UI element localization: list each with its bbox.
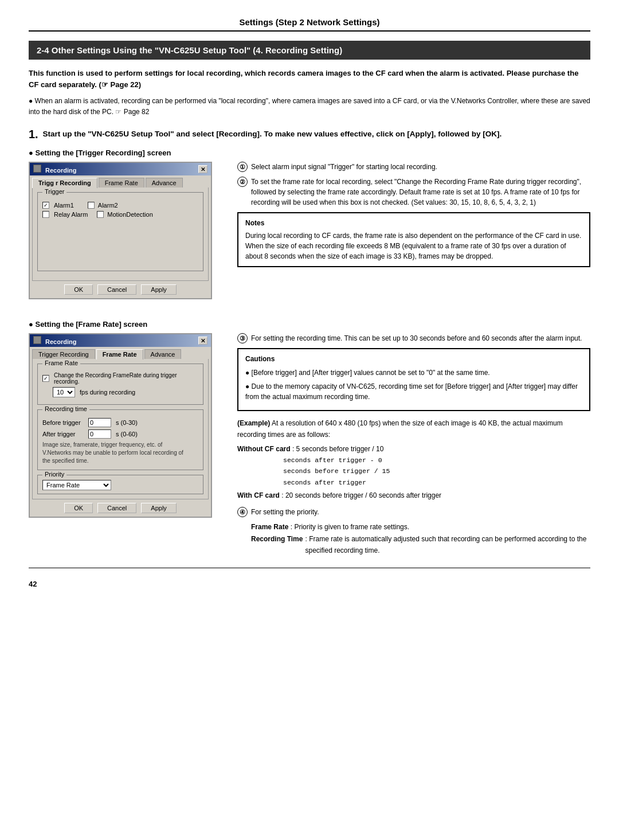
- alarm1-row: Alarm1 Alarm2: [42, 202, 198, 209]
- priority-select[interactable]: Frame Rate: [42, 480, 111, 490]
- frame-rate-dialog-footer: OK Cancel Apply: [30, 499, 211, 517]
- trigger-dialog-footer: OK Cancel Apply: [30, 281, 211, 298]
- section-title: 2-4 Other Settings Using the "VN-C625U S…: [29, 41, 590, 60]
- trigger-apply-button[interactable]: Apply: [141, 284, 177, 295]
- recording-time-priority-row: Recording Time : Frame rate is automatic…: [251, 534, 590, 556]
- alarm1-label: Alarm1: [54, 202, 74, 209]
- trigger-dialog: Recording ✕ Trigg r Recording Frame Rate…: [29, 162, 212, 299]
- circle-3: ③: [237, 333, 248, 343]
- tab-trigger-fr[interactable]: Trigger Recording: [32, 349, 95, 359]
- cf-details: Without CF card : 5 seconds before trigg…: [237, 444, 590, 502]
- frame-rate-dialog-titlebar: Recording ✕: [30, 334, 211, 347]
- trigger-ok-button[interactable]: OK: [64, 284, 93, 295]
- fr-ok-button[interactable]: OK: [64, 503, 93, 513]
- fps-row: 10 fps during recording: [53, 387, 198, 397]
- recording-time-text: : Frame rate is automatically adjusted s…: [305, 534, 590, 556]
- change-framerate-row: Change the Recording FrameRate during tr…: [42, 372, 198, 385]
- frame-rate-group: Frame Rate Change the Recording FrameRat…: [37, 364, 203, 405]
- mono-line2: seconds before trigger / 15: [283, 467, 390, 475]
- frame-rate-left-col: Recording ✕ Trigger Recording Frame Rate…: [29, 333, 224, 556]
- recording-time-note: Image size, framerate, trigger frequency…: [42, 441, 198, 465]
- relay-alarm-checkbox[interactable]: [42, 211, 49, 218]
- trigger-group: Trigger Alarm1 Alarm2 Relay Alarm: [37, 192, 203, 271]
- alarm1-checkbox[interactable]: [42, 202, 49, 209]
- page-header: Settings (Step 2 Network Settings): [29, 17, 590, 32]
- item2-text: To set the frame rate for local recordin…: [251, 177, 590, 208]
- recording-time-group: Recording time Before trigger s (0-30) A…: [37, 409, 203, 470]
- fps-select[interactable]: 10: [53, 387, 75, 397]
- cautions-title: Cautions: [245, 354, 582, 364]
- alarm2-checkbox[interactable]: [88, 202, 95, 209]
- frame-rate-right-col: ③ For setting the recording time. This c…: [237, 333, 590, 556]
- frame-rate-priority-label: Frame Rate: [251, 523, 288, 531]
- tab-frame-rate-fr[interactable]: Frame Rate: [96, 349, 143, 360]
- intro-normal: ● When an alarm is activated, recording …: [29, 96, 590, 118]
- frame-rate-dialog-content: Frame Rate Change the Recording FrameRat…: [32, 359, 209, 499]
- fr-cancel-button[interactable]: Cancel: [97, 503, 136, 513]
- cautions-box: Cautions ● [Before trigger] and [After t…: [237, 348, 590, 411]
- page-number: 42: [29, 580, 590, 588]
- after-trigger-input[interactable]: [88, 429, 111, 439]
- relay-alarm-label: Relay Alarm: [54, 211, 88, 218]
- page-divider: [29, 568, 590, 568]
- tab-advance-fr[interactable]: Advance: [144, 349, 182, 359]
- without-cf-label: Without CF card: [237, 445, 291, 453]
- frame-rate-dialog: Recording ✕ Trigger Recording Frame Rate…: [29, 333, 212, 518]
- change-framerate-checkbox[interactable]: [42, 375, 49, 382]
- trigger-cancel-button[interactable]: Cancel: [97, 284, 136, 295]
- frame-rate-screen-label: ● Setting the [Frame Rate] screen: [29, 320, 590, 329]
- relay-row: Relay Alarm MotionDetection: [42, 211, 198, 218]
- example-section: (Example) At a resolution of 640 x 480 (…: [237, 418, 590, 501]
- mono-line1: seconds after trigger - 0: [283, 456, 382, 464]
- recording-time-label: Recording time: [42, 405, 89, 412]
- priority-group-label: Priority: [42, 471, 66, 478]
- right-item-4: ④ For setting the priority.: [237, 507, 590, 517]
- fr-titlebar-left: Recording: [33, 336, 76, 345]
- fr-apply-button[interactable]: Apply: [141, 503, 177, 513]
- caution-item-2: ● Due to the memory capacity of VN-C625,…: [245, 381, 582, 402]
- trigger-right-col: ① Select alarm input signal "Trigger" fo…: [237, 162, 590, 308]
- priority-group: Priority Frame Rate: [37, 475, 203, 494]
- before-trigger-label: Before trigger: [42, 419, 84, 426]
- after-trigger-range: s (0-60): [116, 431, 138, 437]
- circle-1: ①: [237, 162, 248, 172]
- fr-dialog-close-button[interactable]: ✕: [198, 337, 207, 345]
- trigger-left-col: Recording ✕ Trigg r Recording Frame Rate…: [29, 162, 224, 308]
- caution1-text: ● [Before trigger] and [After trigger] v…: [245, 368, 490, 378]
- right-item-2: ② To set the frame rate for local record…: [237, 177, 590, 208]
- item3-text: For setting the recording time. This can…: [251, 333, 582, 343]
- intro-bold: This function is used to perform setting…: [29, 68, 590, 90]
- header-title: Settings (Step 2 Network Settings): [29, 17, 590, 32]
- before-trigger-row: Before trigger s (0-30): [42, 418, 198, 427]
- mono-line3: seconds after trigger: [283, 479, 366, 486]
- fr-dialog-icon: [33, 336, 41, 344]
- frame-rate-dialog-title: Recording: [45, 338, 76, 345]
- trigger-dialog-titlebar: Recording ✕: [30, 163, 211, 175]
- motion-detection-checkbox[interactable]: [97, 211, 104, 218]
- tab-frame-rate-trigger[interactable]: Frame Rate: [99, 178, 144, 187]
- dialog-close-button[interactable]: ✕: [198, 165, 207, 173]
- caution2-text: ● Due to the memory capacity of VN-C625,…: [245, 381, 582, 402]
- after-trigger-row: After trigger s (0-60): [42, 429, 198, 439]
- fps-label: fps during recording: [80, 389, 135, 396]
- right-item-1: ① Select alarm input signal "Trigger" fo…: [237, 162, 590, 172]
- titlebar-left: Recording: [33, 165, 76, 174]
- priority-select-row: Frame Rate: [42, 480, 198, 490]
- right-item-3: ③ For setting the recording time. This c…: [237, 333, 590, 343]
- frame-rate-section: Recording ✕ Trigger Recording Frame Rate…: [29, 333, 590, 556]
- step-number: 1.: [29, 128, 38, 140]
- motion-detection-label: MotionDetection: [107, 211, 153, 218]
- before-trigger-input[interactable]: [88, 418, 111, 427]
- trigger-dialog-title: Recording: [45, 167, 76, 174]
- before-trigger-range: s (0-30): [116, 419, 138, 426]
- circle-4: ④: [237, 507, 248, 517]
- frame-rate-group-label: Frame Rate: [42, 360, 80, 366]
- with-cf-label: With CF card: [237, 491, 280, 499]
- tab-advance-trigger[interactable]: Advance: [146, 178, 183, 187]
- notes-title: Notes: [245, 218, 582, 228]
- without-cf-row: Without CF card : 5 seconds before trigg…: [237, 444, 590, 488]
- trigger-screen-label: ● Setting the [Trigger Recording] screen: [29, 149, 590, 157]
- tab-trigger-recording[interactable]: Trigg r Recording: [32, 178, 97, 188]
- item4-text: For setting the priority.: [251, 507, 319, 517]
- example-label: (Example): [237, 419, 270, 427]
